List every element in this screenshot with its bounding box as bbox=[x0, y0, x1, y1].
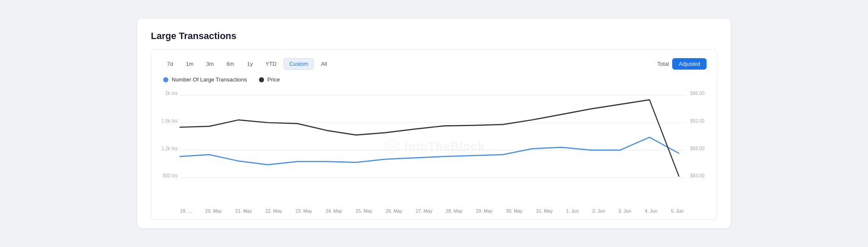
time-filter-3m[interactable]: 3m bbox=[201, 58, 220, 70]
svg-text:$92.00: $92.00 bbox=[690, 118, 704, 124]
x-label: 24. May bbox=[326, 208, 342, 213]
time-filter-custom[interactable]: Custom bbox=[284, 58, 314, 70]
transactions-dot bbox=[163, 77, 168, 82]
time-filter-1y[interactable]: 1y bbox=[242, 58, 259, 70]
transactions-label: Number Of Large Transactions bbox=[172, 76, 247, 83]
time-filter-7d[interactable]: 7d bbox=[161, 58, 178, 70]
legend-item-transactions: Number Of Large Transactions bbox=[163, 76, 247, 83]
x-label: 20. May bbox=[205, 208, 222, 213]
top-controls: 7d1m3m6m1yYTDCustomAll Total Adjusted bbox=[161, 58, 707, 70]
adjusted-button[interactable]: Adjusted bbox=[672, 58, 707, 70]
svg-text:$84.00: $84.00 bbox=[690, 173, 704, 178]
legend: Number Of Large Transactions Price bbox=[161, 76, 707, 83]
svg-text:2k txs: 2k txs bbox=[165, 91, 178, 96]
main-card: Large Transactions 7d1m3m6m1yYTDCustomAl… bbox=[137, 19, 731, 228]
x-label: 27. May bbox=[416, 208, 432, 213]
x-label: 4. Jun bbox=[645, 208, 657, 213]
x-label: 3. Jun bbox=[618, 208, 631, 213]
x-label: 21. May bbox=[235, 208, 252, 213]
x-label: 29. May bbox=[476, 208, 492, 213]
page-title: Large Transactions bbox=[151, 31, 717, 42]
chart-svg: 2k txs 1.6k txs 1.2k txs 800 txs $96.00 … bbox=[161, 87, 707, 206]
right-controls: Total Adjusted bbox=[657, 58, 707, 70]
svg-text:$96.00: $96.00 bbox=[690, 91, 704, 96]
time-filter-1m[interactable]: 1m bbox=[180, 58, 199, 70]
x-label: 30. May bbox=[506, 208, 523, 213]
x-label: 28. May bbox=[446, 208, 462, 213]
legend-item-price: Price bbox=[259, 76, 280, 83]
price-label: Price bbox=[267, 76, 280, 83]
chart-area: 2k txs 1.6k txs 1.2k txs 800 txs $96.00 … bbox=[161, 87, 707, 206]
x-axis: 19. ...20. May21. May22. May23. May24. M… bbox=[161, 206, 707, 213]
x-label: 23. May bbox=[295, 208, 312, 213]
x-label: 1. Jun bbox=[566, 208, 579, 213]
time-filter-6m[interactable]: 6m bbox=[221, 58, 240, 70]
time-filter-ytd[interactable]: YTD bbox=[260, 58, 282, 70]
time-filters: 7d1m3m6m1yYTDCustomAll bbox=[161, 58, 333, 70]
total-label: Total bbox=[657, 61, 669, 67]
x-label: 5. Jun bbox=[671, 208, 684, 213]
svg-text:1.6k txs: 1.6k txs bbox=[161, 118, 178, 124]
x-label: 22. May bbox=[265, 208, 282, 213]
chart-container: 7d1m3m6m1yYTDCustomAll Total Adjusted Nu… bbox=[151, 49, 717, 220]
svg-text:1.2k txs: 1.2k txs bbox=[161, 146, 178, 151]
time-filter-all[interactable]: All bbox=[315, 58, 332, 70]
x-label: 2. Jun bbox=[593, 208, 605, 213]
x-label: 26. May bbox=[386, 208, 402, 213]
x-label: 31. May bbox=[536, 208, 553, 213]
svg-text:$88.00: $88.00 bbox=[690, 146, 704, 151]
svg-text:800 txs: 800 txs bbox=[163, 173, 178, 178]
x-label: 19. ... bbox=[180, 208, 192, 213]
price-dot bbox=[259, 77, 264, 82]
x-label: 25. May bbox=[356, 208, 372, 213]
